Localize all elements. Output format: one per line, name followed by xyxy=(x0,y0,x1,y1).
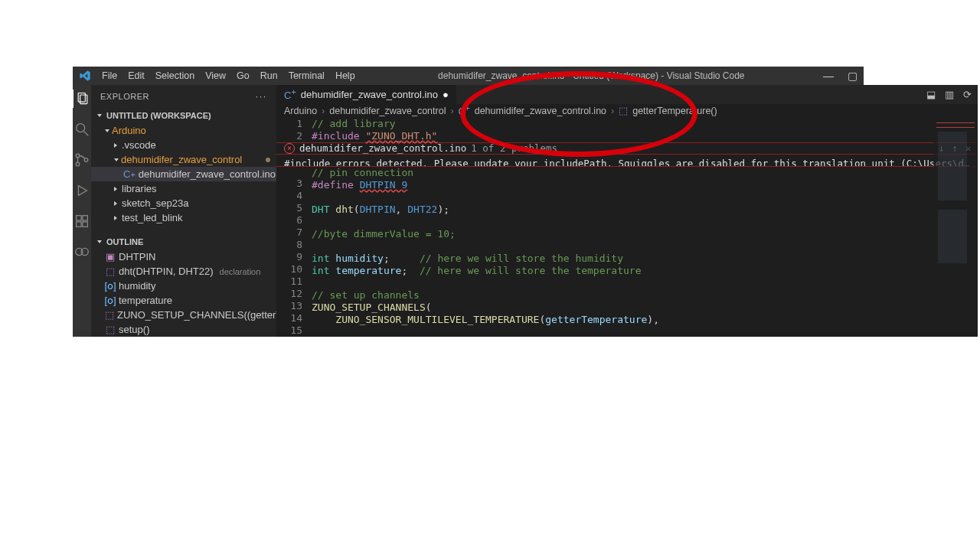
tab-active[interactable]: C+ dehumidifer_zwave_control.ino ● xyxy=(276,85,457,104)
cpp-file-icon: C+ xyxy=(123,168,136,181)
maximize-icon[interactable]: ▢ xyxy=(848,70,858,82)
sidebar-header: EXPLORER ··· xyxy=(91,85,276,108)
outline-row[interactable]: ⬚setup() xyxy=(91,322,276,337)
outline-row[interactable]: ▣DHTPIN xyxy=(91,249,276,264)
outline-section-label: OUTLINE xyxy=(106,237,143,246)
workspace-section[interactable]: UNTITLED (WORKSPACE) xyxy=(91,108,276,123)
tree-row[interactable]: C+dehumidifer_zwave_control.ino xyxy=(91,167,276,181)
run-debug-icon[interactable] xyxy=(73,181,91,200)
svg-rect-1 xyxy=(80,95,87,104)
code-line[interactable]: // pin connection xyxy=(312,167,978,179)
symbol-icon: ⬚ xyxy=(105,310,114,321)
editor-actions: ⬓ ▥ ⟳ xyxy=(926,85,978,104)
code-line[interactable] xyxy=(312,216,978,228)
more-actions-icon[interactable]: ⟳ xyxy=(963,89,972,100)
workspace-section-label: UNTITLED (WORKSPACE) xyxy=(106,111,211,120)
code-line[interactable]: // add library xyxy=(312,118,978,130)
code-line[interactable]: int temperature; // here we will store t… xyxy=(312,265,978,277)
sidebar-more-icon[interactable]: ··· xyxy=(256,92,267,101)
outline-label: temperature xyxy=(119,295,172,306)
breadcrumb-segment[interactable]: Arduino xyxy=(284,106,317,116)
breadcrumb-segment[interactable]: dehumidifer_zwave_control.ino xyxy=(475,106,606,116)
code-line[interactable]: //byte dimmerValue = 10; xyxy=(312,228,978,240)
split-editor-icon[interactable]: ▥ xyxy=(945,89,954,100)
code-line[interactable]: int humidity; // here we will store the … xyxy=(312,253,978,265)
outline-row[interactable]: [ᴏ]humidity xyxy=(91,279,276,293)
chevron-right-icon: › xyxy=(450,106,453,116)
svg-rect-11 xyxy=(83,222,87,227)
minimap[interactable] xyxy=(933,118,978,337)
tree-row[interactable]: Arduino xyxy=(91,123,276,138)
window-controls: — ▢ xyxy=(823,70,858,82)
vscode-logo-icon xyxy=(79,70,91,82)
code-line[interactable] xyxy=(312,240,978,253)
tree-row[interactable]: dehumidifer_zwave_control xyxy=(91,152,276,167)
code-editor[interactable]: 123456789101112131415 // add library#inc… xyxy=(276,118,978,337)
menu-file[interactable]: File xyxy=(97,69,122,83)
tree-row[interactable]: .vscode xyxy=(91,138,276,152)
svg-rect-9 xyxy=(83,216,87,220)
chevron-right-icon: › xyxy=(611,106,614,116)
error-icon: × xyxy=(284,143,295,154)
code-line[interactable]: #define DHTPIN 9 xyxy=(312,179,978,191)
extensions-icon[interactable] xyxy=(73,212,91,230)
svg-point-2 xyxy=(77,124,85,132)
menu-run[interactable]: Run xyxy=(256,69,283,83)
code-line[interactable]: ZUNO_SETUP_CHANNELS( xyxy=(312,302,978,314)
svg-rect-8 xyxy=(77,216,81,220)
source-control-icon[interactable] xyxy=(73,151,91,169)
code-line[interactable]: DHT dht(DHTPIN, DHT22); xyxy=(312,204,978,216)
tree-label: sketch_sep23a xyxy=(122,197,188,209)
vscode-window: FileEditSelectionViewGoRunTerminalHelp d… xyxy=(73,67,864,337)
problems-peek-message: #include errors detected. Please update … xyxy=(276,155,978,167)
menu-selection[interactable]: Selection xyxy=(151,69,199,83)
outline-section[interactable]: OUTLINE xyxy=(91,234,276,249)
code-line[interactable] xyxy=(312,277,978,289)
minimize-icon[interactable]: — xyxy=(823,70,834,82)
method-icon: ⬚ xyxy=(619,105,628,116)
outline-row[interactable]: [ᴏ]temperature xyxy=(91,293,276,308)
tree-label: test_led_blink xyxy=(122,212,183,223)
menu-help[interactable]: Help xyxy=(331,69,360,83)
outline-label: ZUNO_SETUP_CHANNELS((getterT… xyxy=(117,309,292,321)
tree-row[interactable]: test_led_blink xyxy=(91,210,276,225)
menu-go[interactable]: Go xyxy=(232,69,254,83)
code-line[interactable] xyxy=(312,191,978,204)
tree-row[interactable]: sketch_sep23a xyxy=(91,196,276,210)
svg-point-5 xyxy=(76,162,80,166)
breadcrumbs[interactable]: Arduino›dehumidifer_zwave_control›C+ deh… xyxy=(276,104,978,118)
tree-row[interactable]: libraries xyxy=(91,181,276,196)
outline-extra: declaration xyxy=(220,267,261,276)
open-changes-icon[interactable]: ⬓ xyxy=(926,89,936,100)
code-line[interactable]: #include "ZUNO_DHT.h" xyxy=(312,130,978,142)
svg-line-3 xyxy=(84,132,89,136)
error-file: dehumidifer_zwave_control.ino xyxy=(299,142,466,155)
search-icon[interactable] xyxy=(73,120,91,139)
breadcrumb-segment[interactable]: getterTemperature() xyxy=(632,106,717,116)
symbol-icon: ⬚ xyxy=(105,324,116,335)
svg-rect-10 xyxy=(77,222,81,227)
menu-view[interactable]: View xyxy=(201,69,230,83)
symbol-icon: ⬚ xyxy=(105,266,116,277)
code-line[interactable]: // set up channels xyxy=(312,289,978,302)
tree-label: Arduino xyxy=(112,125,146,136)
file-tree: Arduino.vscodedehumidifer_zwave_controlC… xyxy=(91,123,276,225)
svg-point-6 xyxy=(84,158,88,162)
problems-peek-header[interactable]: ×dehumidifer_zwave_control.ino1 of 2 pro… xyxy=(276,142,978,155)
sidebar: EXPLORER ··· UNTITLED (WORKSPACE) Arduin… xyxy=(91,85,276,337)
arduino-icon[interactable] xyxy=(73,243,91,261)
tree-label: libraries xyxy=(122,183,157,194)
tree-label: dehumidifer_zwave_control xyxy=(121,154,242,165)
outline-label: humidity xyxy=(119,280,155,292)
explorer-icon[interactable] xyxy=(72,90,90,108)
outline-row[interactable]: ⬚ZUNO_SETUP_CHANNELS((getterT… xyxy=(91,308,276,322)
editor-area: C+ dehumidifer_zwave_control.ino ● ⬓ ▥ ⟳… xyxy=(276,85,978,337)
main-menu: FileEditSelectionViewGoRunTerminalHelp xyxy=(97,69,360,83)
code-line[interactable]: ZUNO_SENSOR_MULTILEVEL_TEMPERATURE(gette… xyxy=(312,314,978,326)
breadcrumb-segment[interactable]: dehumidifer_zwave_control xyxy=(329,106,446,116)
menu-edit[interactable]: Edit xyxy=(123,69,149,83)
outline-row[interactable]: ⬚dht(DHTPIN, DHT22)declaration xyxy=(91,264,276,279)
symbol-icon: ▣ xyxy=(105,252,116,262)
menu-terminal[interactable]: Terminal xyxy=(284,69,329,83)
tab-bar: C+ dehumidifer_zwave_control.ino ● ⬓ ▥ ⟳ xyxy=(276,85,978,104)
